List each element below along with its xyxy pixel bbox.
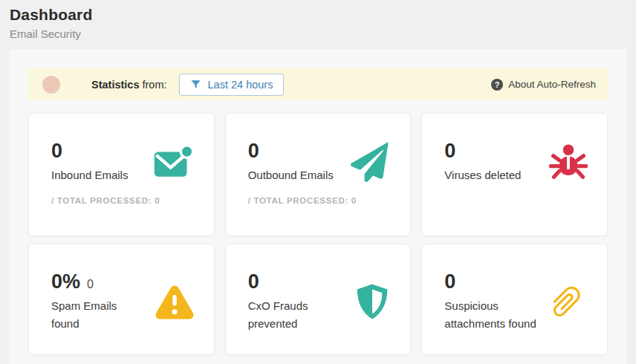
card-cxo-frauds: 0 CxO Frauds prevented	[225, 244, 412, 355]
viruses-deleted-label: Viruses deleted	[444, 166, 521, 183]
filter-button-label: Last 24 hours	[208, 79, 273, 91]
statistics-banner: Statistics from: Last 24 hours ? About A…	[28, 68, 608, 100]
outbound-emails-value: 0	[248, 140, 259, 162]
time-range-filter-button[interactable]: Last 24 hours	[179, 74, 285, 96]
filter-funnel-icon	[190, 79, 201, 90]
card-viruses-deleted: 0 Viruses deleted	[421, 113, 608, 236]
card-spam-emails: 0%0 Spam Emails found	[28, 244, 215, 355]
warning-triangle-icon	[155, 283, 195, 319]
page-title: Dashboard	[10, 6, 626, 24]
question-circle-icon: ?	[491, 79, 503, 91]
cxo-frauds-value: 0	[248, 270, 259, 293]
envelope-notification-icon	[153, 144, 195, 181]
content-panel: Statistics from: Last 24 hours ? About A…	[9, 49, 627, 364]
spam-count-value: 0	[87, 278, 94, 290]
spam-percent-value: 0%	[51, 270, 80, 293]
about-auto-refresh-link[interactable]: ? About Auto-Refresh	[491, 79, 596, 91]
paperclip-icon	[545, 280, 588, 323]
auto-refresh-indicator-dot	[42, 76, 60, 94]
svg-text:?: ?	[495, 79, 500, 88]
card-inbound-emails: 0 Inbound Emails / TOTAL PROCESSED: 0	[28, 113, 215, 236]
outbound-total-processed: / TOTAL PROCESSED: 0	[248, 196, 392, 205]
card-outbound-emails: 0 Outbound Emails / TOTAL PROCESSED: 0	[225, 113, 412, 236]
page-header: Dashboard Email Security	[0, 0, 636, 40]
outbound-emails-label: Outbound Emails	[248, 166, 334, 183]
card-suspicious-attachments: 0 Suspicious attachments found	[421, 244, 608, 355]
statistics-from-label: Statistics from:	[91, 79, 167, 91]
viruses-deleted-value: 0	[444, 140, 455, 162]
inbound-emails-label: Inbound Emails	[51, 166, 128, 183]
shield-icon	[354, 282, 391, 322]
inbound-emails-value: 0	[51, 140, 62, 162]
inbound-total-processed: / TOTAL PROCESSED: 0	[51, 196, 195, 205]
stat-cards-grid: 0 Inbound Emails / TOTAL PROCESSED: 0 0	[28, 113, 608, 355]
spam-emails-label: Spam Emails found	[51, 297, 147, 332]
page-subtitle: Email Security	[10, 27, 626, 40]
cxo-frauds-label: CxO Frauds prevented	[248, 297, 347, 332]
suspicious-attachments-value: 0	[444, 270, 455, 293]
statistics-label-bold: Statistics	[91, 79, 139, 91]
paper-plane-icon	[351, 142, 391, 182]
suspicious-attachments-label: Suspicious attachments found	[444, 297, 537, 332]
about-auto-refresh-label: About Auto-Refresh	[508, 79, 596, 90]
statistics-label-rest: from:	[139, 79, 166, 91]
bug-icon	[549, 143, 588, 181]
